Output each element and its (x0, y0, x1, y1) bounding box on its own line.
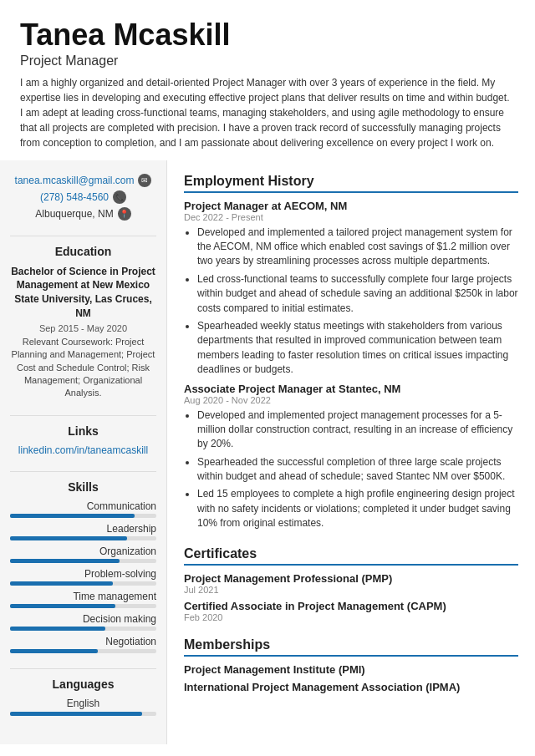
bullet-item: Spearheaded the successful completion of… (197, 455, 518, 485)
resume-container: Tanea Mcaskill Project Manager I am a hi… (0, 0, 535, 744)
membership-entry: Project Management Institute (PMI) (184, 663, 518, 676)
location-item: Albuquerque, NM 📍 (10, 207, 156, 221)
job-entry: Project Manager at AECOM, NM Dec 2022 - … (184, 200, 518, 378)
skill-bar-fill (10, 649, 98, 653)
bullet-item: Spearheaded weekly status meetings with … (197, 319, 518, 378)
skill-label: Time management (10, 591, 156, 602)
contact-section: tanea.mcaskill@gmail.com ✉ (278) 548-456… (10, 174, 156, 221)
certs-list: Project Management Professional (PMP) Ju… (184, 572, 518, 622)
cert-date: Jul 2021 (184, 585, 518, 595)
bullet-item: Led 15 employees to complete a high prof… (197, 487, 518, 530)
skill-bar-bg (10, 649, 156, 653)
skill-item: Leadership (10, 523, 156, 540)
candidate-name: Tanea Mcaskill (20, 18, 515, 52)
lang-bar-bg (10, 712, 156, 716)
candidate-summary: I am a highly organized and detail-orien… (20, 75, 515, 150)
skill-bar-bg (10, 536, 156, 540)
skill-bar-fill (10, 627, 105, 631)
email-text: tanea.mcaskill@gmail.com (15, 175, 135, 186)
skill-item: Problem-solving (10, 568, 156, 586)
email-icon: ✉ (138, 174, 151, 187)
candidate-title: Project Manager (20, 53, 515, 68)
phone-item: (278) 548-4560 📞 (10, 190, 156, 204)
certificates-heading: Certificates (184, 546, 518, 566)
education-coursework: Relevant Coursework: Project Planning an… (10, 336, 156, 400)
job-bullets: Developed and implemented project manage… (184, 408, 518, 531)
phone-icon: 📞 (113, 190, 126, 204)
email-item[interactable]: tanea.mcaskill@gmail.com ✉ (10, 174, 156, 187)
location-icon: 📍 (118, 207, 131, 221)
memberships-heading: Memberships (184, 637, 518, 657)
links-heading: Links (10, 424, 156, 438)
job-dates: Aug 2020 - Nov 2022 (184, 395, 518, 405)
language-name: English (10, 698, 156, 709)
membership-entry: International Project Management Associa… (184, 681, 518, 693)
education-section: Education Bachelor of Science in Project… (10, 245, 156, 400)
job-title: Project Manager at AECOM, NM (184, 200, 518, 212)
cert-entry: Certified Associate in Project Managemen… (184, 600, 518, 622)
skill-item: Communication (10, 500, 156, 518)
jobs-list: Project Manager at AECOM, NM Dec 2022 - … (184, 200, 518, 531)
skill-label: Communication (10, 500, 156, 512)
skill-item: Organization (10, 545, 156, 563)
skill-bar-fill (10, 581, 113, 586)
skill-bar-bg (10, 627, 156, 631)
cert-name: Certified Associate in Project Managemen… (184, 600, 518, 612)
skill-bar-fill (10, 514, 135, 518)
skill-label: Leadership (10, 523, 156, 535)
skill-label: Problem-solving (10, 568, 156, 580)
education-dates: Sep 2015 - May 2020 (10, 323, 156, 333)
bullet-item: Developed and implemented project manage… (197, 408, 518, 452)
links-section: Links linkedin.com/in/taneamcaskill (10, 424, 156, 456)
skill-bar-fill (10, 559, 120, 563)
bullet-item: Developed and implemented a tailored pro… (197, 226, 518, 269)
membership-name: Project Management Institute (PMI) (184, 663, 518, 676)
skills-list: Communication Leadership Organization Pr… (10, 500, 156, 653)
education-degree: Bachelor of Science in Project Managemen… (10, 265, 156, 321)
cert-name: Project Management Professional (PMP) (184, 572, 518, 585)
languages-section: Languages English (10, 677, 156, 716)
employment-section: Employment History Project Manager at AE… (184, 174, 518, 531)
cert-date: Feb 2020 (184, 612, 518, 622)
job-title: Associate Project Manager at Stantec, NM (184, 383, 518, 395)
skill-item: Negotiation (10, 636, 156, 653)
skill-label: Organization (10, 545, 156, 557)
education-heading: Education (10, 245, 156, 258)
sidebar: tanea.mcaskill@gmail.com ✉ (278) 548-456… (0, 160, 167, 744)
skills-section: Skills Communication Leadership Organiza… (10, 480, 156, 653)
degree-text: Bachelor of Science in Project Managemen… (11, 266, 155, 319)
lang-bar-fill (10, 712, 142, 716)
memberships-section: Memberships Project Management Institute… (184, 637, 518, 693)
certificates-section: Certificates Project Management Professi… (184, 546, 518, 622)
linkedin-link[interactable]: linkedin.com/in/taneamcaskill (10, 444, 156, 456)
cert-entry: Project Management Professional (PMP) Ju… (184, 572, 518, 595)
employment-heading: Employment History (184, 174, 518, 193)
skill-bar-fill (10, 604, 115, 608)
membership-name: International Project Management Associa… (184, 681, 518, 693)
languages-heading: Languages (10, 677, 156, 691)
body: tanea.mcaskill@gmail.com ✉ (278) 548-456… (0, 160, 535, 744)
main-content: Employment History Project Manager at AE… (167, 160, 535, 744)
skill-label: Negotiation (10, 636, 156, 647)
skills-heading: Skills (10, 480, 156, 494)
languages-list: English (10, 698, 156, 716)
skill-bar-fill (10, 536, 127, 540)
language-item: English (10, 698, 156, 716)
skill-bar-bg (10, 581, 156, 586)
job-dates: Dec 2022 - Present (184, 212, 518, 222)
memberships-list: Project Management Institute (PMI)Intern… (184, 663, 518, 693)
skill-item: Decision making (10, 613, 156, 631)
skill-label: Decision making (10, 613, 156, 625)
skill-bar-bg (10, 559, 156, 563)
location-text: Albuquerque, NM (35, 208, 113, 220)
header: Tanea Mcaskill Project Manager I am a hi… (0, 0, 535, 160)
skill-item: Time management (10, 591, 156, 608)
skill-bar-bg (10, 604, 156, 608)
job-entry: Associate Project Manager at Stantec, NM… (184, 383, 518, 531)
bullet-item: Led cross-functional teams to successful… (197, 272, 518, 316)
job-bullets: Developed and implemented a tailored pro… (184, 226, 518, 378)
skill-bar-bg (10, 514, 156, 518)
phone-text: (278) 548-4560 (40, 191, 109, 203)
